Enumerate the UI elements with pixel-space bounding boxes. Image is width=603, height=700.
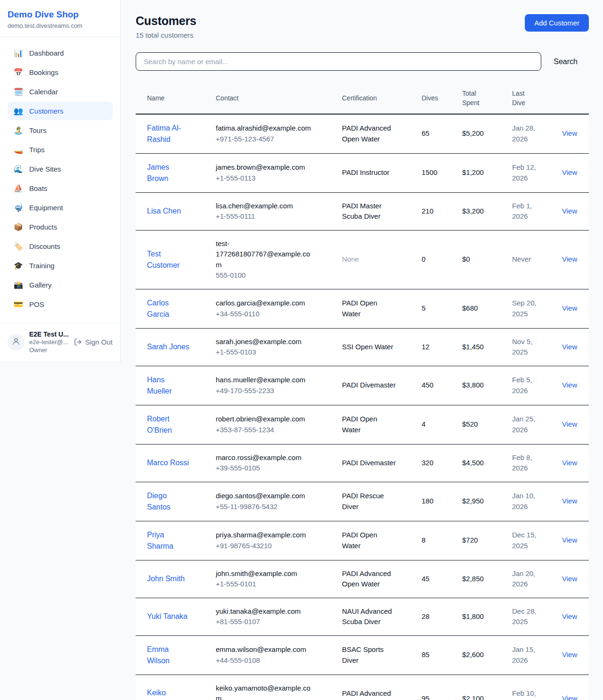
customer-phone: +971-55-123-4567 [216,134,312,145]
customer-view-cell: View [551,482,589,521]
customer-certification-cell: PADI Divemaster [331,444,410,482]
sidebar-item-label: Tours [29,126,47,134]
sidebar-item-dive-sites[interactable]: 🌊 Dive Sites [8,160,113,178]
sidebar-item-gallery[interactable]: 📸 Gallery [8,276,113,294]
customer-dives-cell: 4 [410,405,451,444]
customer-total-spent-cell: $4,500 [451,444,501,482]
sidebar-item-trips[interactable]: 🚤 Trips [8,140,113,159]
view-link[interactable]: View [562,575,577,583]
sidebar-item-label: Customers [29,107,64,115]
customer-total-spent-cell: $1,200 [451,153,501,192]
customer-name-link[interactable]: Keiko Yamamoto [147,689,183,700]
customer-name-link[interactable]: Sarah Jones [147,343,189,351]
customer-dives-cell: 210 [410,192,451,230]
view-link[interactable]: View [562,207,577,215]
customer-email: marco.rossi@example.com [216,453,312,463]
view-link[interactable]: View [562,381,577,389]
customer-name-link[interactable]: Lisa Chen [147,207,181,215]
customer-phone: +1-555-0113 [216,173,312,184]
view-link[interactable]: View [562,497,577,505]
sidebar-item-products[interactable]: 📦 Products [8,218,113,236]
customer-contact-cell: priya.sharma@example.com +91-98765-43210 [204,521,331,560]
customer-name-link[interactable]: Fatima Al-Rashid [147,124,181,143]
customer-dives-cell: 180 [410,482,451,521]
sidebar-item-boats[interactable]: ⛵ Boats [8,179,113,198]
customer-certification: PADI Open Water [342,299,377,318]
sidebar-item-pos[interactable]: 💳 POS [8,295,113,313]
table-row: Hans Mueller hans.mueller@example.com +4… [136,366,589,405]
table-row: Priya Sharma priya.sharma@example.com +9… [136,521,589,560]
add-customer-button[interactable]: Add Customer [525,14,589,32]
boats-icon: ⛵ [13,184,24,193]
customer-name-link[interactable]: Emma Wilson [147,645,170,665]
table-row: Test Customer test-1772681807767@example… [136,230,589,289]
customer-name-link[interactable]: Hans Mueller [147,376,171,395]
customer-certification-cell: PADI Divemaster [331,366,410,405]
customer-certification-cell: None [331,230,410,289]
view-link[interactable]: View [562,168,577,176]
search-input[interactable] [136,52,541,71]
customer-dives-cell: 320 [410,444,451,482]
column-header: Contact [204,83,331,114]
sidebar-item-training[interactable]: 🎓 Training [8,256,113,275]
sidebar-item-dashboard[interactable]: 📊 Dashboard [8,44,113,62]
customer-name-link[interactable]: Carlos Garcia [147,299,169,318]
customer-email: john.smith@example.com [216,568,312,579]
customer-name-link[interactable]: John Smith [147,575,185,583]
customer-contact-cell: diego.santos@example.com +55-11-99876-54… [204,482,331,521]
customer-contact-cell: robert.obrien@example.com +353-87-555-12… [204,405,331,444]
customer-contact-cell: keiko.yamamoto@example.com +81-90-1234-5… [204,675,331,700]
customer-view-cell: View [551,598,589,635]
customer-name-cell: Fatima Al-Rashid [136,114,204,154]
sign-out-button[interactable]: Sign Out [74,338,113,346]
customer-certification: None [342,255,359,263]
customer-certification: PADI Advanced Open Water [342,569,391,588]
table-header-row: NameContactCertificationDivesTotal Spent… [136,83,589,114]
customer-last-dive-cell: Nov 5, 2025 [501,328,551,366]
sidebar-item-calendar[interactable]: 🗓️ Calendar [8,82,113,101]
search-button[interactable]: Search [541,58,589,66]
customer-dives-cell: 0 [410,230,451,289]
view-link[interactable]: View [562,536,577,544]
view-link[interactable]: View [562,459,577,467]
view-link[interactable]: View [562,420,577,428]
customer-name-link[interactable]: James Brown [147,163,169,182]
sidebar-nav: 📊 Dashboard 📅 Bookings 🗓️ Calendar 👥 Cus… [0,37,120,319]
customer-phone: 555-0100 [216,270,312,281]
sidebar-item-discounts[interactable]: 🏷️ Discounts [8,237,113,255]
view-link[interactable]: View [562,612,577,620]
view-link[interactable]: View [562,129,577,137]
customer-certification-cell: PADI Advanced Open Water [331,675,410,700]
customer-certification: PADI Rescue Diver [342,492,384,511]
customer-view-cell: View [551,114,589,154]
view-link[interactable]: View [562,304,577,312]
customer-name-link[interactable]: Test Customer [147,250,179,269]
customer-name-link[interactable]: Robert O'Brien [147,415,172,434]
view-link[interactable]: View [562,343,577,351]
view-link[interactable]: View [562,255,577,263]
page-title: Customers [136,14,196,28]
customer-certification-cell: PADI Instructor [331,153,410,192]
view-link[interactable]: View [562,651,577,659]
customer-email: emma.wilson@example.com [216,644,312,655]
sidebar-item-tours[interactable]: 🏝️ Tours [8,121,113,140]
discounts-icon: 🏷️ [13,242,24,251]
sidebar-item-bookings[interactable]: 📅 Bookings [8,63,113,82]
sidebar-item-customers[interactable]: 👥 Customers [8,102,113,120]
sign-out-label: Sign Out [85,338,113,346]
customer-certification: PADI Advanced Open Water [342,124,391,143]
sidebar-footer: E2E Test U... e2e-tester@... Owner Sign … [0,323,120,362]
sidebar-item-equipment[interactable]: 🤿 Equipment [8,198,113,217]
table-row: Sarah Jones sarah.jones@example.com +1-5… [136,328,589,366]
table-row: Fatima Al-Rashid fatima.alrashid@example… [136,114,589,154]
customer-view-cell: View [551,675,589,700]
customer-name-link[interactable]: Diego Santos [147,492,171,511]
customer-name-link[interactable]: Priya Sharma [147,531,173,550]
table-row: Emma Wilson emma.wilson@example.com +44-… [136,635,589,675]
customer-total-spent-cell: $3,800 [451,366,501,405]
view-link[interactable]: View [562,694,577,700]
user-info: E2E Test U... e2e-tester@... Owner [29,330,69,354]
customer-name-link[interactable]: Yuki Tanaka [147,612,187,620]
customer-name-link[interactable]: Marco Rossi [147,459,189,467]
sidebar-item-label: POS [29,300,44,308]
